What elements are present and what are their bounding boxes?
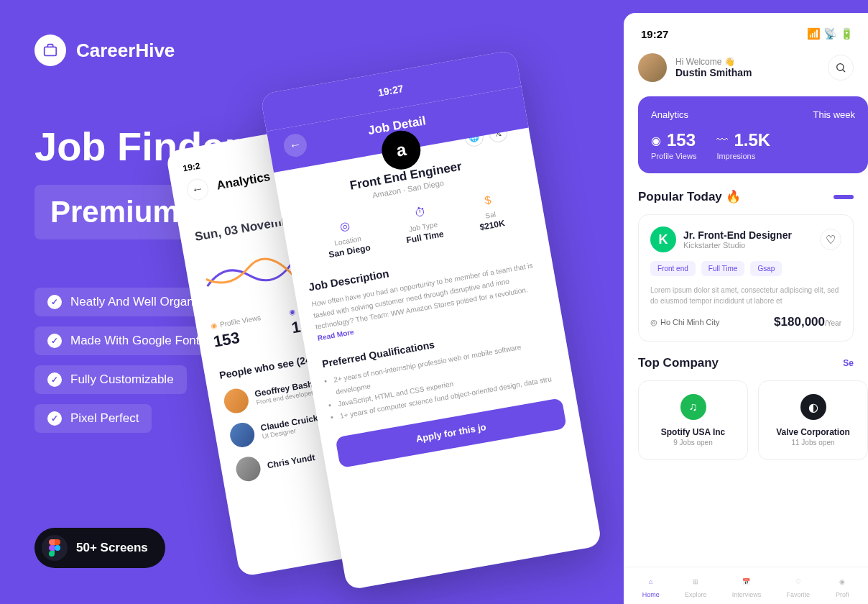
svg-rect-0 (45, 47, 57, 55)
home-mockup: 19:27 📶 📡 🔋 Hi Welcome 👋 Dustin Smitham … (624, 13, 868, 604)
check-icon: ✓ (47, 295, 62, 309)
heart-icon: ♡ (791, 575, 805, 589)
company-card[interactable]: ♫ Spotify USA Inc 9 Jobs open (638, 380, 748, 460)
check-icon: ✓ (47, 334, 62, 348)
avatar (234, 454, 262, 482)
calendar-icon: 📅 (739, 575, 754, 589)
job-card[interactable]: K Jr. Front-End Designer Kickstarter Stu… (638, 214, 854, 342)
figma-icon (42, 535, 68, 561)
clock-icon: ⏱ (401, 203, 440, 222)
features-list: ✓Neatly And Well Organized & Layer ✓Made… (34, 288, 274, 433)
bottom-nav: ⌂Home ⊞Explore 📅Interviews ♡Favorite ◉Pr… (624, 567, 868, 604)
kickstarter-logo: K (650, 226, 676, 252)
brand-logo (34, 35, 66, 66)
indicator-icon (834, 195, 854, 199)
user-icon: ◉ (835, 575, 849, 589)
company-card[interactable]: ◐ Valve Corporation 11 Jobs open (758, 380, 868, 460)
job-desc: Lorem ipsum dolor sit amet, consectetur … (650, 285, 841, 306)
back-icon[interactable]: ← (282, 132, 308, 159)
svg-point-1 (55, 545, 60, 551)
read-more-link[interactable]: Read More (317, 328, 354, 342)
wave-icon: 〰 (716, 134, 728, 147)
feature-item: ✓Pixel Perfect (34, 404, 152, 433)
heart-icon[interactable]: ♡ (820, 229, 841, 250)
brand-header: CareerHive (34, 35, 175, 66)
job-location: ◎Ho Chi Minh City (650, 318, 720, 327)
spotify-logo: ♫ (680, 394, 706, 420)
welcome-row: Hi Welcome 👋 Dustin Smitham (638, 53, 868, 82)
nav-favorite[interactable]: ♡Favorite (787, 575, 811, 598)
location-icon: ◎ (323, 216, 367, 237)
nav-explore[interactable]: ⊞Explore (685, 575, 707, 598)
analytics-title: Analytics (651, 109, 688, 120)
figma-pill: 50+ Screens (34, 528, 165, 568)
top-company-title: Top Company (638, 356, 719, 370)
see-all-link[interactable]: Se (843, 358, 854, 368)
feature-item: ✓Made With Google Font (34, 326, 213, 355)
money-icon: $ (474, 192, 502, 209)
job-tags: Front end Full Time Gsap (650, 261, 841, 276)
status-icons: 📶 📡 🔋 (807, 27, 854, 40)
nav-profile[interactable]: ◉Profi (835, 575, 849, 598)
status-bar: 19:27 📶 📡 🔋 (638, 27, 868, 53)
valve-logo: ◐ (800, 394, 826, 420)
top-company-section: Top Company Se ♫ Spotify USA Inc 9 Jobs … (638, 356, 868, 460)
pill-text: 50+ Screens (76, 541, 148, 555)
nav-home[interactable]: ⌂Home (642, 575, 660, 598)
avatar[interactable] (638, 53, 667, 82)
search-icon[interactable] (828, 55, 854, 81)
job-salary: $180,000 (774, 315, 825, 329)
check-icon: ✓ (47, 411, 62, 426)
status-time: 19:27 (641, 28, 668, 40)
svg-point-2 (837, 64, 844, 70)
pin-icon: ◎ (650, 318, 657, 327)
analytics-period[interactable]: This week (813, 109, 855, 120)
popular-title: Popular Today 🔥 (638, 189, 868, 204)
brand-name: CareerHive (76, 40, 175, 62)
welcome-name: Dustin Smitham (675, 67, 752, 78)
job-company: Kickstarter Studio (683, 241, 792, 250)
home-icon: ⌂ (644, 575, 658, 589)
feature-item: ✓Fully Customizable (34, 365, 187, 394)
feature-item: ✓Neatly And Well Organized & Layer (34, 288, 274, 316)
welcome-hi: Hi Welcome 👋 (675, 57, 752, 67)
nav-interviews[interactable]: 📅Interviews (732, 575, 762, 598)
person-icon: ◉ (651, 134, 661, 147)
analytics-card[interactable]: Analytics This week ◉153 Profile Views 〰… (638, 96, 868, 173)
job-title: Jr. Front-End Designer (683, 229, 792, 241)
job-detail-mockup: 19:27 ← Job Detail a 🌐 𝕏 Front End Engin… (260, 50, 602, 590)
check-icon: ✓ (47, 372, 62, 387)
grid-icon: ⊞ (688, 575, 703, 589)
